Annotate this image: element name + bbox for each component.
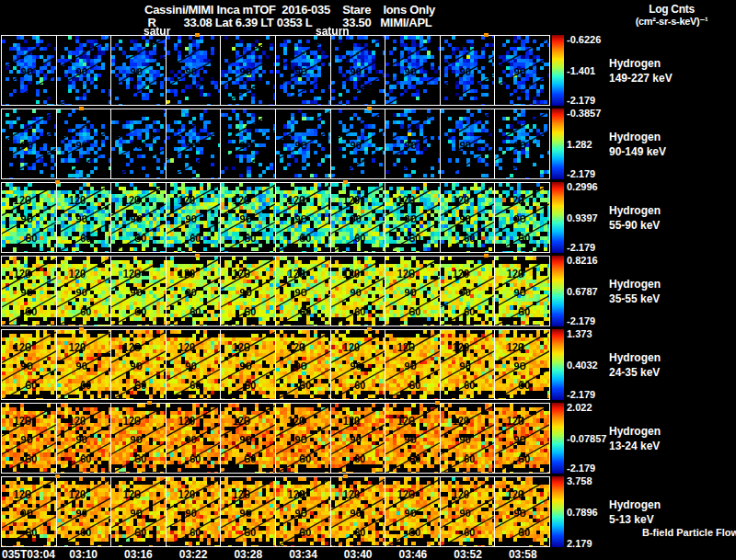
spectrogram-canvas (57, 36, 111, 105)
colorbar-tick-label: 0.8216 (567, 255, 598, 266)
flow-direction-marker (367, 327, 372, 331)
spectrogram-canvas (167, 477, 221, 546)
spectrogram-canvas (495, 257, 549, 326)
spectrogram-canvas (111, 257, 166, 326)
spectrogram-tile (57, 257, 111, 326)
spectrogram-canvas (331, 330, 385, 399)
spectrogram-canvas (331, 183, 385, 252)
spectrogram-canvas (57, 109, 111, 178)
spectrogram-tile (495, 257, 549, 326)
spectrogram-tile (495, 183, 549, 252)
colorbar-tick-label: 2.179 (567, 538, 592, 549)
colorbar-tick-label: 1.282 (567, 139, 592, 150)
spectrogram-tile (495, 109, 549, 178)
colorbar-units-label: (cm²-sr-s-keV)⁻¹ (607, 16, 736, 28)
energy-range-label: 55-90 keV (609, 219, 660, 232)
spectrogram-tile (2, 36, 56, 105)
spectrogram-canvas (331, 109, 385, 178)
time-axis-label: 03:16 (124, 548, 153, 560)
spectrogram-tile (385, 109, 440, 178)
spectrogram-canvas (441, 477, 495, 546)
spectrogram-tile (331, 257, 385, 326)
spectrogram-tile (331, 183, 385, 252)
spectrogram-canvas (167, 404, 221, 473)
spectrogram-tile (385, 404, 440, 473)
spectrogram-tile (276, 404, 330, 473)
spectrogram-canvas (495, 109, 549, 178)
spectrogram-canvas (276, 330, 330, 399)
spectrogram-canvas (221, 183, 275, 252)
spectrogram-canvas (495, 404, 549, 473)
spectrogram-tile (2, 183, 56, 252)
flow-direction-marker (195, 33, 200, 37)
spectrogram-canvas (385, 330, 440, 399)
colorbar (552, 256, 564, 326)
spectrogram-tile (111, 109, 166, 178)
spectrogram-canvas (221, 404, 275, 473)
species-label: Hydrogen (609, 425, 661, 438)
energy-row-90-149-keV (1, 109, 550, 179)
colorbar-tick-label: -2.179 (567, 168, 595, 179)
spectrogram-tile (331, 109, 385, 178)
spectrogram-tile (276, 257, 330, 326)
species-label: Hydrogen (609, 351, 661, 364)
spectrogram-tile (111, 477, 166, 546)
saturn-direction-label-left: satur (144, 25, 170, 38)
colorbar-tick-label: -2.179 (567, 463, 595, 474)
spectrogram-tile (2, 404, 56, 473)
spectrogram-canvas (111, 183, 166, 252)
spectrogram-canvas (2, 477, 56, 546)
spectrogram-tile (57, 183, 111, 252)
spectrogram-tile (57, 109, 111, 178)
spectrogram-canvas (57, 257, 111, 326)
spectrogram-tile (221, 477, 275, 546)
species-label: Hydrogen (609, 498, 661, 511)
spectrogram-tile (2, 477, 56, 546)
spectrogram-tile (276, 477, 330, 546)
energy-range-label: 13-24 keV (609, 440, 660, 452)
colorbar (552, 35, 564, 106)
spectrogram-tile (385, 36, 440, 105)
spectrogram-canvas (331, 404, 385, 473)
spectrogram-tile (495, 330, 549, 399)
energy-range-label: 90-149 keV (609, 145, 666, 158)
spectrogram-tile (385, 183, 440, 252)
spectrogram-canvas (221, 257, 275, 326)
colorbar-tick-label: -1.401 (567, 65, 595, 76)
spectrogram-canvas (111, 36, 166, 105)
spectrogram-tile (221, 109, 275, 178)
spectrogram-canvas (441, 36, 495, 105)
spectrogram-canvas (167, 330, 221, 399)
energy-row-35-55-keV (1, 256, 550, 326)
spectrogram-tile (167, 477, 221, 546)
spectrogram-tile (57, 477, 111, 546)
spectrogram-canvas (167, 36, 221, 105)
spectrogram-canvas (495, 183, 549, 252)
spectrogram-tile (221, 36, 275, 105)
energy-row-13-24-keV (1, 403, 550, 474)
spectrogram-canvas (221, 36, 275, 105)
spectrogram-canvas (57, 477, 111, 546)
spectrogram-tile (441, 404, 495, 473)
spectrogram-tile (111, 36, 166, 105)
spectrogram-canvas (111, 330, 166, 399)
time-axis-label: 035T03:04 (2, 548, 55, 560)
energy-range-label: 24-35 keV (609, 366, 660, 379)
spectrogram-tile (57, 404, 111, 473)
spectrogram-tile (276, 183, 330, 252)
spectrogram-canvas (441, 404, 495, 473)
spectrogram-tile (441, 477, 495, 546)
spectrogram-canvas (276, 477, 330, 546)
spectrogram-tile (331, 330, 385, 399)
spectrogram-tile (111, 257, 166, 326)
colorbar (552, 476, 564, 547)
energy-range-label: 5-13 keV (609, 513, 654, 526)
spectrogram-tile (167, 404, 221, 473)
spectrogram-canvas (385, 257, 440, 326)
spectrogram-canvas (2, 257, 56, 326)
spectrogram-tile (385, 257, 440, 326)
flow-direction-marker (147, 401, 152, 405)
flow-direction-marker (367, 107, 372, 110)
colorbar-tick-label: 0.4032 (567, 360, 598, 371)
spectrogram-tile (385, 330, 440, 399)
